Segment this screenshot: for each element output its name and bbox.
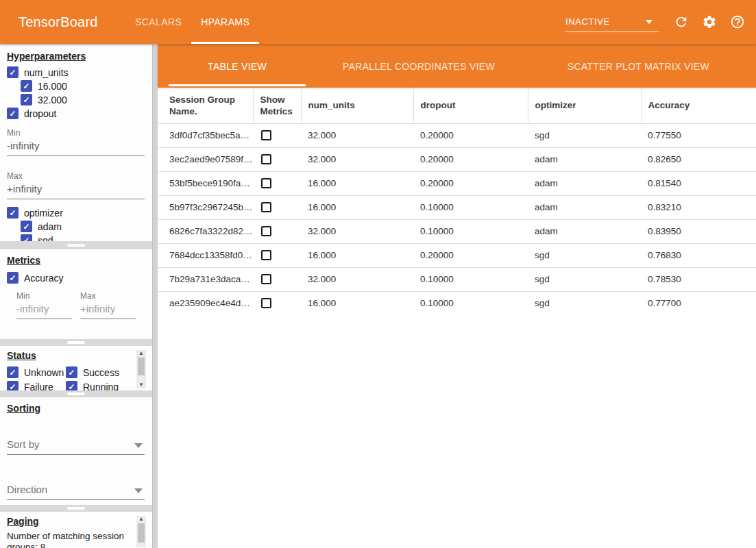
optimizer-value: adam bbox=[528, 219, 641, 243]
session-group-name: 3df0d7cf35bec5a… bbox=[158, 123, 253, 147]
tab-scalars[interactable]: SCALARS bbox=[125, 0, 191, 44]
hparam-optimizer-checkbox[interactable] bbox=[7, 207, 19, 219]
metric-accuracy-row: Accuracy bbox=[7, 271, 145, 284]
session-group-name: 53bf5bece9190fa… bbox=[158, 171, 253, 195]
num-units-16-checkbox[interactable] bbox=[21, 80, 32, 92]
tab-table-view[interactable]: TABLE VIEW bbox=[158, 45, 317, 88]
tab-parallel-coordinates-view[interactable]: PARALLEL COORDINATES VIEW bbox=[317, 45, 521, 88]
metric-accuracy-label: Accuracy bbox=[24, 273, 64, 284]
dropout-value: 0.20000 bbox=[413, 147, 528, 171]
status-success-checkbox[interactable] bbox=[66, 366, 77, 378]
dropout-max-field: Max bbox=[7, 171, 145, 199]
table-row: 53bf5bece9190fa… 16.000 0.20000 adam 0.8… bbox=[158, 171, 756, 195]
direction-select[interactable]: Direction bbox=[7, 482, 145, 500]
resize-handle[interactable] bbox=[67, 393, 85, 395]
session-group-name: 7b29a731e3daca… bbox=[158, 267, 253, 291]
status-unknown-checkbox[interactable] bbox=[7, 366, 19, 378]
status-unknown-label: Unknown bbox=[24, 367, 64, 378]
session-group-name: 3ec2aed9e07589f… bbox=[158, 147, 253, 171]
show-metrics-checkbox[interactable] bbox=[261, 178, 271, 188]
paging-summary: Number of matching session groups: 8 bbox=[7, 531, 129, 548]
dropout-value: 0.20000 bbox=[413, 171, 528, 195]
gear-icon[interactable] bbox=[702, 14, 717, 29]
section-status: Status Unknown Success Failure Running ▲… bbox=[0, 346, 152, 390]
show-metrics-checkbox[interactable] bbox=[261, 274, 271, 284]
status-title: Status bbox=[7, 350, 145, 361]
status-running-checkbox[interactable] bbox=[66, 381, 77, 390]
dropout-max-label: Max bbox=[7, 171, 145, 181]
table-row: 3df0d7cf35bec5a… 32.000 0.20000 sgd 0.77… bbox=[158, 123, 756, 147]
section-paging: Paging Number of matching session groups… bbox=[0, 512, 152, 548]
num-units-32-checkbox[interactable] bbox=[21, 94, 32, 105]
tab-hparams[interactable]: HPARAMS bbox=[191, 0, 259, 44]
show-metrics-checkbox[interactable] bbox=[261, 298, 271, 308]
metric-accuracy-checkbox[interactable] bbox=[7, 272, 19, 284]
dropout-value: 0.10000 bbox=[413, 195, 528, 219]
dropout-max-input[interactable] bbox=[7, 181, 145, 199]
sort-by-select[interactable]: Sort by bbox=[7, 437, 145, 455]
session-group-name: 7684dcc13358fd0… bbox=[158, 243, 253, 267]
metric-max-input[interactable] bbox=[80, 301, 136, 319]
table-row: 3ec2aed9e07589f… 32.000 0.20000 adam 0.8… bbox=[158, 147, 756, 171]
scrollbar-thumb[interactable] bbox=[138, 358, 145, 375]
hparam-optimizer-label: optimizer bbox=[24, 208, 63, 219]
show-metrics-checkbox[interactable] bbox=[261, 154, 271, 164]
table-header: Session Group Name. Show Metrics num_uni… bbox=[158, 88, 756, 123]
table-row: ae235909ec4e4d… 16.000 0.10000 sgd 0.777… bbox=[158, 291, 756, 315]
resize-handle[interactable] bbox=[67, 341, 85, 344]
show-metrics-checkbox[interactable] bbox=[261, 250, 271, 260]
hparam-dropout-checkbox[interactable] bbox=[7, 108, 19, 119]
paging-title: Paging bbox=[7, 516, 145, 527]
column-header-session-group-name[interactable]: Session Group Name. bbox=[158, 88, 253, 123]
status-success-row: Success bbox=[66, 366, 145, 379]
status-failure-checkbox[interactable] bbox=[7, 381, 19, 390]
scroll-up-icon[interactable]: ▲ bbox=[136, 350, 146, 357]
help-icon[interactable] bbox=[730, 14, 745, 29]
show-metrics-checkbox[interactable] bbox=[261, 202, 271, 212]
status-failure-label: Failure bbox=[24, 382, 53, 391]
num-units-value: 32.000 bbox=[301, 267, 413, 291]
column-header-dropout[interactable]: dropout bbox=[413, 88, 528, 123]
resize-handle[interactable] bbox=[67, 507, 85, 510]
scrollbar-thumb[interactable] bbox=[138, 523, 145, 543]
optimizer-sgd-checkbox[interactable] bbox=[21, 234, 32, 241]
dropout-value: 0.20000 bbox=[413, 123, 528, 147]
chevron-down-icon bbox=[646, 20, 653, 24]
status-unknown-row: Unknown bbox=[7, 366, 66, 379]
column-header-show-metrics[interactable]: Show Metrics bbox=[253, 88, 301, 123]
metric-min-input[interactable] bbox=[16, 301, 72, 319]
optimizer-adam-checkbox[interactable] bbox=[21, 221, 32, 232]
table-row: 6826c7fa3322d82… 32.000 0.10000 adam 0.8… bbox=[158, 219, 756, 243]
accuracy-value: 0.77550 bbox=[641, 123, 756, 147]
optimizer-value: sgd bbox=[528, 267, 641, 291]
hparam-num-units-row: num_units bbox=[7, 66, 145, 79]
num-units-value: 32.000 bbox=[301, 147, 413, 171]
column-header-accuracy[interactable]: Accuracy bbox=[641, 88, 756, 123]
column-header-num-units[interactable]: num_units bbox=[301, 88, 413, 123]
tab-scatter-plot-matrix-view[interactable]: SCATTER PLOT MATRIX VIEW bbox=[521, 45, 756, 88]
show-metrics-checkbox[interactable] bbox=[261, 226, 271, 236]
accuracy-value: 0.82650 bbox=[641, 147, 756, 171]
dropout-value: 0.10000 bbox=[413, 219, 528, 243]
hparam-num-units-checkbox[interactable] bbox=[7, 66, 19, 78]
dropout-value: 0.20000 bbox=[413, 243, 528, 267]
session-group-name: 5b97f3c2967245b… bbox=[158, 195, 253, 219]
section-sorting: Sorting Sort by Direction bbox=[0, 397, 152, 505]
status-options: Unknown Success Failure Running bbox=[7, 365, 145, 390]
column-header-optimizer[interactable]: optimizer bbox=[528, 88, 641, 123]
scroll-down-icon[interactable]: ▼ bbox=[136, 382, 146, 388]
paging-scrollbar[interactable]: ▲ bbox=[136, 516, 146, 547]
optimizer-adam-label: adam bbox=[38, 221, 62, 232]
accuracy-value: 0.76830 bbox=[641, 243, 756, 267]
num-units-16-label: 16.000 bbox=[38, 81, 67, 92]
optimizer-value-row: adam bbox=[21, 220, 145, 233]
resize-handle[interactable] bbox=[67, 244, 85, 247]
scroll-up-icon[interactable]: ▲ bbox=[136, 516, 146, 523]
optimizer-value: sgd bbox=[528, 123, 641, 147]
show-metrics-checkbox[interactable] bbox=[261, 130, 271, 140]
table-row: 7b29a731e3daca… 32.000 0.10000 sgd 0.785… bbox=[158, 267, 756, 291]
run-status-select[interactable]: INACTIVE bbox=[565, 12, 659, 32]
refresh-icon[interactable] bbox=[674, 14, 689, 29]
dropout-min-input[interactable] bbox=[7, 138, 145, 156]
status-scrollbar[interactable]: ▲ ▼ bbox=[136, 350, 146, 388]
